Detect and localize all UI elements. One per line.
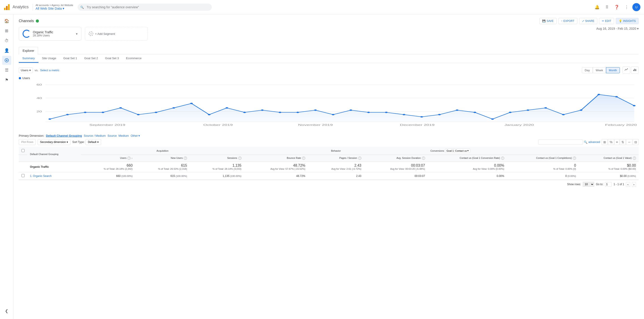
prev-page-button[interactable]: ‹ xyxy=(626,182,630,187)
share-button[interactable]: ⤢ SHARE xyxy=(579,18,597,24)
week-button[interactable]: Week xyxy=(593,67,606,73)
completions-header: Contact us (Goal 1 Completions) ? xyxy=(507,155,579,162)
data-point xyxy=(208,114,210,115)
bar-chart-button[interactable] xyxy=(631,66,639,74)
show-rows-select[interactable]: 10 25 50 100 xyxy=(583,182,594,187)
sidebar-item-conversions[interactable]: ⚑ xyxy=(2,75,11,84)
grid-view-button[interactable]: ⊞ xyxy=(602,139,608,145)
secondary-dimension-button[interactable]: Secondary dimension ▾ xyxy=(38,139,70,145)
sidebar: 🏠 ⊞ ⏱ 👤 ☰ ⚑ ❮ xyxy=(0,14,14,319)
data-point xyxy=(296,112,299,113)
action-buttons: 💾 SAVE ↑ EXPORT ⤢ SHARE ✏ EDIT 💡 INS xyxy=(539,18,639,24)
select-metric-link[interactable]: Select a metric xyxy=(40,69,60,72)
sidebar-item-dashboards[interactable]: ⊞ xyxy=(2,26,11,35)
tab-goal-set-2[interactable]: Goal Set 2 xyxy=(81,54,102,63)
data-point xyxy=(562,114,564,115)
export-button[interactable]: ↑ EXPORT xyxy=(558,18,577,24)
apps-icon[interactable]: ⠿ xyxy=(603,3,611,11)
pages-session-header: Pages / Session ? xyxy=(308,155,364,162)
pages-session-info-icon[interactable]: ? xyxy=(358,157,361,160)
tab-ecommerce[interactable]: Ecommerce xyxy=(122,54,145,63)
chart-svg-container: 60 40 20 xyxy=(19,81,639,127)
edit-button[interactable]: ✏ EDIT xyxy=(599,18,614,24)
tab-goal-set-3[interactable]: Goal Set 3 xyxy=(102,54,122,63)
sidebar-item-home[interactable]: 🏠 xyxy=(2,16,11,25)
row-new-users: 615 (100.00%) xyxy=(135,172,190,180)
dim-medium[interactable]: Medium xyxy=(118,134,129,137)
data-point xyxy=(119,107,122,109)
goal-selector-button[interactable]: Goal 1: Contact us ▾ xyxy=(445,149,470,153)
organic-traffic-segment[interactable]: Organic Traffic 28.18% Users ▾ xyxy=(19,27,82,41)
bounce-rate-info-icon[interactable]: ? xyxy=(302,157,305,160)
sort-type-dropdown[interactable]: Default ▾ xyxy=(86,139,101,145)
vs-text: vs. xyxy=(35,69,38,72)
insights-icon: 💡 xyxy=(619,19,622,22)
organic-search-link[interactable]: Organic Search xyxy=(33,174,52,178)
add-segment-button[interactable]: + + Add Segment xyxy=(85,27,148,41)
behavior-header: Behavior xyxy=(244,147,428,155)
data-point xyxy=(403,114,406,115)
tab-summary[interactable]: Summary xyxy=(19,54,38,63)
sidebar-item-behavior[interactable]: ☰ xyxy=(2,66,11,75)
dim-source-medium[interactable]: Source / Medium xyxy=(84,134,106,137)
conv-rate-info-icon[interactable]: ? xyxy=(501,157,504,160)
comparison-view-button[interactable]: ≡ xyxy=(614,139,620,145)
data-point xyxy=(367,112,370,113)
status-dot xyxy=(36,19,39,22)
completions-info-icon[interactable]: ? xyxy=(573,157,576,160)
help-icon[interactable]: ❓ xyxy=(613,3,621,11)
pivot-view-button[interactable]: ⇅ xyxy=(620,139,626,145)
avatar[interactable]: U xyxy=(632,3,640,11)
nav-icons: 🔔 ⠿ ❓ ⋮ U xyxy=(593,3,640,11)
breadcrumb-current[interactable]: All Web Site Data ▾ xyxy=(36,6,73,10)
users-info-icon[interactable]: ? xyxy=(128,157,130,160)
dim-source[interactable]: Source xyxy=(108,134,117,137)
summary-pages-session: 2.43 Avg for View: 2.61 (-6.72%) xyxy=(308,162,364,172)
sidebar-item-realtime[interactable]: ⏱ xyxy=(2,36,11,45)
chart-controls: Users ▾ vs. Select a metric Day Week Mon… xyxy=(19,66,639,74)
select-all-checkbox[interactable] xyxy=(22,149,24,152)
tab-goal-set-1[interactable]: Goal Set 1 xyxy=(60,54,80,63)
primary-dim-label: Primary Dimension: xyxy=(19,134,44,137)
day-button[interactable]: Day xyxy=(582,67,593,73)
more-icon[interactable]: ⋮ xyxy=(622,3,630,11)
month-button[interactable]: Month xyxy=(606,67,620,73)
plot-rows-button[interactable]: Plot Rows xyxy=(19,139,36,145)
line-chart-button[interactable] xyxy=(622,66,630,74)
legend-label: Users xyxy=(22,76,30,80)
data-point xyxy=(84,112,86,113)
goto-input[interactable] xyxy=(605,182,612,187)
data-table: Default Channel Grouping Acquisition Beh… xyxy=(19,147,639,180)
lifetime-view-button[interactable]: ↔ xyxy=(626,139,632,145)
users-sort-icon[interactable]: ↓ xyxy=(132,157,133,159)
new-users-info-icon[interactable]: ? xyxy=(184,157,187,160)
row-checkbox[interactable] xyxy=(22,174,24,177)
breadcrumb: All accounts > Agency Jet Website All We… xyxy=(33,4,73,10)
custom-view-button[interactable]: ⊟ xyxy=(633,139,639,145)
advanced-link[interactable]: advanced xyxy=(588,140,600,144)
search-input[interactable] xyxy=(78,3,212,11)
avg-session-info-icon[interactable]: ? xyxy=(422,157,425,160)
tab-site-usage[interactable]: Site Usage xyxy=(38,54,60,63)
dim-default-channel[interactable]: Default Channel Grouping xyxy=(46,134,82,137)
sessions-info-icon[interactable]: ? xyxy=(238,157,242,160)
table-search-input[interactable] xyxy=(538,139,583,145)
save-button[interactable]: 💾 SAVE xyxy=(539,18,556,24)
row-avg-session: 00:03:07 xyxy=(364,172,428,180)
breadcrumb-parent: All accounts > Agency Jet Website xyxy=(36,4,73,6)
sidebar-item-audience[interactable]: 👤 xyxy=(2,46,11,55)
percent-view-button[interactable]: % xyxy=(608,139,614,145)
dim-other-dropdown[interactable]: Other ▾ xyxy=(130,134,140,137)
metric-dropdown[interactable]: Users ▾ xyxy=(19,67,33,73)
explorer-tab[interactable]: Explorer xyxy=(19,47,38,54)
data-point xyxy=(491,118,494,120)
next-page-button[interactable]: › xyxy=(632,182,636,187)
insights-button[interactable]: 💡 INSIGHTS xyxy=(616,18,639,24)
sidebar-expand-button[interactable]: ❮ xyxy=(2,307,11,316)
summary-row: Organic Traffic 660 % of Total: 28.18% (… xyxy=(19,162,639,172)
sidebar-item-acquisition[interactable] xyxy=(2,56,11,65)
value-info-icon[interactable]: ? xyxy=(633,157,636,160)
date-range-selector[interactable]: Aug 16, 2019 - Feb 15, 2020 ▾ xyxy=(596,27,639,30)
show-rows-label: Show rows: xyxy=(567,183,581,186)
notifications-icon[interactable]: 🔔 xyxy=(593,3,601,11)
